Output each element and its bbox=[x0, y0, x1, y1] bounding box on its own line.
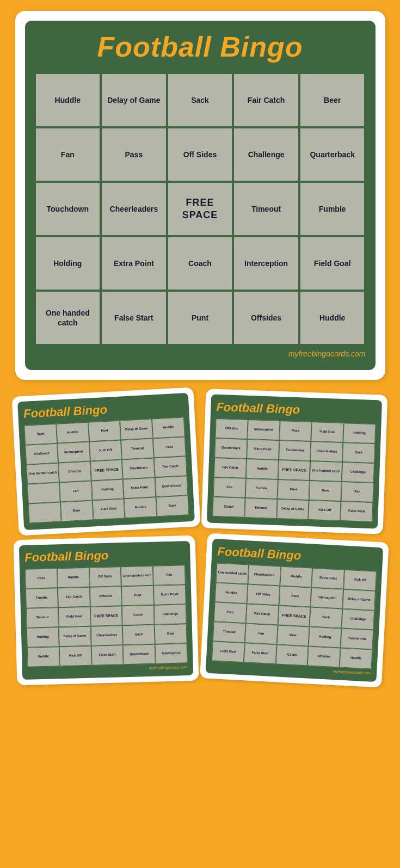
cell-1-3[interactable]: Challenge bbox=[233, 127, 299, 182]
mc2-1-1: Extra Point bbox=[246, 439, 279, 460]
cell-1-0[interactable]: Fan bbox=[35, 127, 101, 182]
mc1-0-3: Delay of Game bbox=[120, 418, 153, 440]
mc1-3-2: Holding bbox=[91, 479, 124, 500]
mini-grid-1: Sack Huddle Punt Delay of Game Huddle Ch… bbox=[24, 417, 189, 523]
mc2-0-0: Offsides bbox=[215, 418, 248, 439]
cell-3-4[interactable]: Field Goal bbox=[299, 236, 366, 291]
mc1-0-1: Huddle bbox=[56, 422, 89, 444]
mc4-0-4: Kick Off bbox=[343, 570, 377, 591]
mc3-4-0: Huddle bbox=[27, 647, 59, 667]
mc3-4-3: Quarterback bbox=[123, 644, 156, 665]
mini-title-3: Football Bingo bbox=[24, 546, 185, 565]
mc2-4-4: False Start bbox=[340, 501, 373, 522]
mc1-0-0: Sack bbox=[24, 424, 57, 445]
cell-4-0[interactable]: One handed catch bbox=[35, 291, 101, 345]
mc4-4-0: Field Goal bbox=[211, 641, 244, 662]
mc2-3-3: Beer bbox=[309, 481, 341, 501]
mc3-0-0: Pass bbox=[24, 568, 57, 589]
mc3-2-3: Coach bbox=[122, 605, 155, 626]
mc1-4-4: Sack bbox=[156, 495, 189, 516]
mc3-0-3: One handed catch bbox=[121, 566, 153, 587]
mc2-0-3: Field Goal bbox=[311, 422, 343, 442]
mc4-4-4: Huddle bbox=[339, 648, 372, 669]
mc1-2-1: Offsides bbox=[58, 461, 91, 483]
mc1-4-2: Field Goal bbox=[92, 498, 125, 520]
mc4-0-3: Extra Point bbox=[311, 568, 344, 589]
mc4-1-4: Delay of Game bbox=[342, 589, 376, 611]
cell-4-4[interactable]: Huddle bbox=[299, 291, 366, 345]
mc1-1-2: Kick Off bbox=[89, 440, 122, 461]
mc4-2-0: Punt bbox=[213, 602, 247, 623]
mc1-4-3: Fumble bbox=[124, 497, 157, 518]
mc4-2-3: Sack bbox=[309, 607, 342, 629]
mc1-1-1: Interception bbox=[57, 442, 90, 463]
mini-card-4: Football Bingo One handed catch Cheerlea… bbox=[200, 533, 389, 687]
mc3-2-4: Challenge bbox=[153, 604, 186, 625]
cell-3-1[interactable]: Extra Point bbox=[101, 236, 167, 291]
mc1-4-0 bbox=[28, 502, 61, 524]
mc4-1-2: Pass bbox=[279, 586, 312, 607]
mc2-2-3: One handed catch bbox=[310, 461, 342, 482]
mini-grid-3: Pass Huddle Off Sides One handed catch F… bbox=[24, 565, 187, 667]
mc4-3-0: Timeout bbox=[212, 621, 245, 643]
mc2-4-2: Delay of Game bbox=[276, 499, 309, 520]
mc4-4-2: Coach bbox=[275, 644, 309, 666]
cell-0-2[interactable]: Sack bbox=[167, 73, 233, 127]
cell-0-3[interactable]: Fair Catch bbox=[233, 73, 299, 127]
cell-1-4[interactable]: Quarterback bbox=[299, 127, 366, 182]
cell-4-1[interactable]: False Start bbox=[101, 291, 167, 345]
mc1-2-4: Fair Catch bbox=[153, 456, 187, 477]
mc3-3-4: Beer bbox=[154, 624, 187, 644]
mc4-1-0: Fumble bbox=[214, 582, 248, 604]
cell-3-0[interactable]: Holding bbox=[35, 236, 101, 291]
main-bingo-card: Football Bingo Huddle Delay of Game Sack… bbox=[15, 11, 385, 380]
mc1-0-4: Huddle bbox=[152, 417, 185, 438]
cell-4-2[interactable]: Punt bbox=[167, 291, 233, 345]
free-space-cell[interactable]: FREESPACE bbox=[167, 182, 233, 236]
cell-0-4[interactable]: Beer bbox=[299, 73, 366, 127]
mc4-2-1: Fair Catch bbox=[245, 604, 279, 625]
mc1-4-1: Beer bbox=[60, 500, 93, 521]
cell-0-0[interactable]: Huddle bbox=[35, 73, 101, 127]
mc4-0-1: Cheerleaders bbox=[248, 564, 281, 586]
cell-2-4[interactable]: Fumble bbox=[299, 182, 366, 236]
mc2-1-0: Quarterback bbox=[214, 438, 247, 459]
mc3-2-0: Timeout bbox=[26, 607, 58, 628]
mini-cards-container: Football Bingo Sack Huddle Punt Delay of… bbox=[15, 392, 385, 683]
cell-1-2[interactable]: Off Sides bbox=[167, 127, 233, 182]
mc3-3-3: Sack bbox=[122, 625, 155, 645]
mc4-0-2: Huddle bbox=[279, 567, 312, 588]
mc4-3-2: Beer bbox=[276, 625, 310, 646]
cell-3-3[interactable]: Interception bbox=[233, 236, 299, 291]
mc4-free: FREE SPACE bbox=[278, 605, 311, 626]
mc4-0-0: One handed catch bbox=[216, 563, 249, 584]
mc2-0-1: Interception bbox=[247, 420, 280, 440]
mc3-1-2: Offsides bbox=[89, 586, 122, 607]
mc1-0-2: Punt bbox=[88, 421, 121, 442]
mc1-1-3: Timeout bbox=[121, 438, 154, 459]
cell-4-3[interactable]: Offsides bbox=[233, 291, 299, 345]
mini-title-4: Football Bingo bbox=[217, 544, 377, 567]
mini-card-3: Football Bingo Pass Huddle Off Sides One… bbox=[13, 535, 199, 686]
cell-2-0[interactable]: Touchdown bbox=[35, 182, 101, 236]
main-card-title: Football Bingo bbox=[35, 30, 366, 63]
mc2-4-1: Timeout bbox=[244, 498, 277, 519]
mc3-1-4: Extra Point bbox=[153, 584, 186, 605]
mc2-1-2: Touchdown bbox=[278, 440, 311, 461]
mc3-3-1: Delay of Game bbox=[58, 626, 91, 647]
mc4-4-3: Offsides bbox=[307, 646, 341, 667]
mc2-2-1: Huddle bbox=[245, 459, 278, 479]
cell-1-1[interactable]: Pass bbox=[101, 127, 167, 182]
mini-title-2: Football Bingo bbox=[216, 400, 376, 420]
mc3-1-1: Fair Catch bbox=[57, 587, 90, 608]
cell-2-1[interactable]: Cheerleaders bbox=[101, 182, 167, 236]
mc3-0-4: Fan bbox=[153, 565, 186, 586]
cell-0-1[interactable]: Delay of Game bbox=[101, 73, 167, 127]
mc1-1-0: Challenge bbox=[25, 444, 58, 465]
mc2-1-4: Sack bbox=[342, 442, 375, 463]
cell-2-3[interactable]: Timeout bbox=[233, 182, 299, 236]
mc4-3-4: Touchdown bbox=[340, 629, 373, 650]
mini-grid-4: One handed catch Cheerleaders Huddle Ext… bbox=[211, 563, 376, 669]
mc2-2-0: Fair Catch bbox=[213, 458, 246, 478]
cell-3-2[interactable]: Coach bbox=[167, 236, 233, 291]
